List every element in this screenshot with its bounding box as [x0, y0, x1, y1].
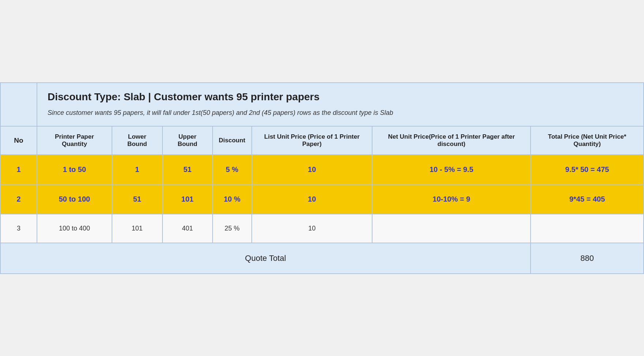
title-prefix: Discount Type: Slab | Customer wants [48, 91, 236, 102]
row2-lower: 51 [112, 184, 162, 214]
row1-upper: 51 [162, 155, 213, 184]
table-row-3: 3 100 to 400 101 401 25 % 10 [0, 214, 644, 243]
row3-total [531, 214, 644, 243]
row3-qty: 100 to 400 [37, 214, 112, 243]
row1-discount: 5 % [213, 155, 252, 184]
row3-net-price [372, 214, 531, 243]
table-row-2: 2 50 to 100 51 101 10 % 10 10-10% = 9 9*… [0, 184, 644, 214]
info-row: Discount Type: Slab | Customer wants 95 … [0, 83, 644, 126]
row3-discount: 25 % [213, 214, 252, 243]
row3-upper: 401 [162, 214, 213, 243]
row1-qty: 1 to 50 [37, 155, 112, 184]
col-upper-bound: Upper Bound [162, 126, 213, 155]
col-net-unit-price: Net Unit Price(Price of 1 Printer Pager … [372, 126, 531, 155]
quote-total-label: Quote Total [0, 243, 531, 274]
quote-total-row: Quote Total 880 [0, 243, 644, 274]
column-header-row: No Printer Paper Quantity Lower Bound Up… [0, 126, 644, 155]
row1-lower: 1 [112, 155, 162, 184]
col-no: No [0, 126, 37, 155]
info-title: Discount Type: Slab | Customer wants 95 … [48, 91, 633, 103]
row2-total: 9*45 = 405 [531, 184, 644, 214]
quote-total-value: 880 [531, 243, 644, 274]
row1-total: 9.5* 50 = 475 [531, 155, 644, 184]
row2-discount: 10 % [213, 184, 252, 214]
info-no-cell [0, 83, 37, 126]
title-quantity: 95 [236, 91, 248, 102]
col-list-unit-price: List Unit Price (Price of 1 Printer Pape… [252, 126, 372, 155]
row1-list-price: 10 [252, 155, 372, 184]
row2-upper: 101 [162, 184, 213, 214]
row2-list-price: 10 [252, 184, 372, 214]
col-discount: Discount [213, 126, 252, 155]
row3-list-price: 10 [252, 214, 372, 243]
col-printer-paper-qty: Printer Paper Quantity [37, 126, 112, 155]
row1-no: 1 [0, 155, 37, 184]
row2-qty: 50 to 100 [37, 184, 112, 214]
col-lower-bound: Lower Bound [112, 126, 162, 155]
main-table: Discount Type: Slab | Customer wants 95 … [0, 82, 644, 274]
table-row-1: 1 1 to 50 1 51 5 % 10 10 - 5% = 9.5 9.5*… [0, 155, 644, 184]
info-description: Since customer wants 95 papers, it will … [48, 108, 633, 118]
row2-net-price: 10-10% = 9 [372, 184, 531, 214]
row2-no: 2 [0, 184, 37, 214]
info-content: Discount Type: Slab | Customer wants 95 … [37, 83, 644, 126]
title-suffix: printer papers [248, 91, 319, 102]
col-total-price: Total Price (Net Unit Price* Quantity) [531, 126, 644, 155]
row1-net-price: 10 - 5% = 9.5 [372, 155, 531, 184]
row3-no: 3 [0, 214, 37, 243]
row3-lower: 101 [112, 214, 162, 243]
